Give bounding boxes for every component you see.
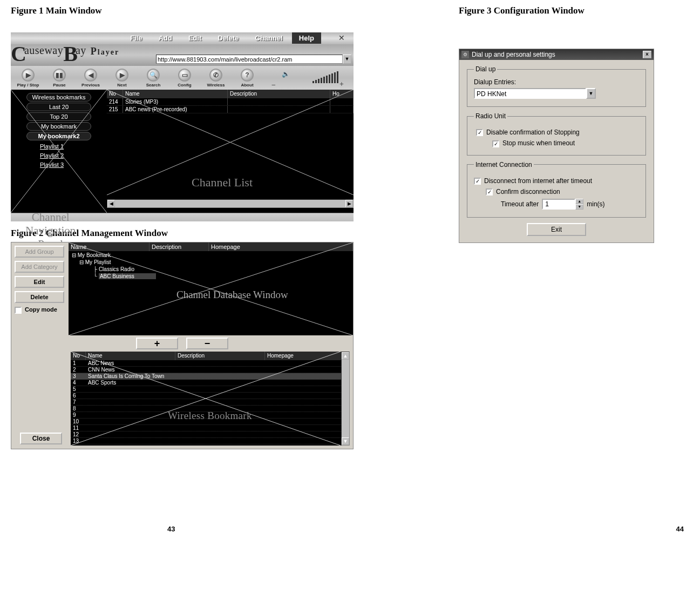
copy-mode-checkbox[interactable]: Copy mode bbox=[15, 306, 65, 314]
figure3-caption: Figure 3 Configuration Window bbox=[459, 5, 664, 16]
db-col-name[interactable]: Name bbox=[69, 242, 149, 251]
wireless-bookmark-row[interactable]: 1ABC News bbox=[71, 360, 350, 367]
channel-database-panel: Name Description Homepage ⊟ My Bookmark … bbox=[69, 242, 353, 335]
nav-top20[interactable]: Top 20 bbox=[26, 112, 91, 121]
wireless-bookmark-row[interactable]: 2CNN News bbox=[71, 367, 350, 373]
menu-edit[interactable]: Edit bbox=[181, 32, 209, 44]
dialup-legend: Dial up bbox=[474, 65, 497, 73]
add-channel-button[interactable]: + bbox=[136, 338, 178, 349]
nav-playlist3[interactable]: Playlist 3 bbox=[40, 161, 104, 168]
scroll-left-icon[interactable]: ◀ bbox=[107, 200, 115, 207]
nav-playlist1[interactable]: Playlist 1 bbox=[40, 143, 104, 150]
timeout-unit: min(s) bbox=[587, 200, 604, 208]
wb-col-description[interactable]: Description bbox=[175, 352, 265, 360]
wb-col-homepage[interactable]: Homepage bbox=[265, 352, 350, 360]
wb-col-no[interactable]: No bbox=[71, 352, 86, 360]
volume-up-icon[interactable]: + bbox=[339, 80, 344, 89]
timeout-spinner[interactable]: 1 ▲ ▼ bbox=[542, 199, 583, 210]
configuration-window: ⚙ Dial up and personal settings × Dial u… bbox=[459, 49, 654, 243]
add-category-button[interactable]: Add Category bbox=[15, 261, 64, 273]
col-description[interactable]: Description bbox=[228, 90, 330, 98]
timeout-label: Timeout after bbox=[501, 200, 539, 208]
config-title: Dial up and personal settings bbox=[472, 51, 555, 58]
top-menu-bar: File Add Edit Delete Channel Help ✕ bbox=[11, 32, 354, 44]
about-button[interactable]: ?About bbox=[235, 69, 259, 87]
channel-list: No Name Description Ho 214 Stories (MP3) bbox=[107, 90, 354, 213]
exit-button[interactable]: Exit bbox=[527, 223, 586, 236]
col-no[interactable]: No bbox=[107, 90, 123, 98]
page-number-left: 43 bbox=[167, 525, 175, 533]
disconnect-timeout-checkbox[interactable]: ✓Disconnect from internet after timeout bbox=[474, 177, 639, 185]
config-button[interactable]: ▭Config bbox=[173, 69, 196, 87]
management-sidebar: Add Group Add Category Edit Delete Copy … bbox=[11, 242, 69, 335]
close-icon[interactable]: ✕ bbox=[338, 33, 345, 43]
menu-channel[interactable]: Channel bbox=[248, 32, 290, 44]
nav-my-bookmark2[interactable]: My bookmark2 bbox=[26, 132, 91, 140]
spin-down-icon[interactable]: ▼ bbox=[575, 204, 583, 210]
wireless-button[interactable]: ✆Wireless bbox=[204, 69, 228, 87]
add-group-button[interactable]: Add Group bbox=[15, 246, 64, 258]
previous-button[interactable]: ◀Previous bbox=[79, 69, 103, 87]
next-button[interactable]: ▶Next bbox=[110, 69, 134, 87]
volume-down-icon[interactable]: − bbox=[271, 81, 276, 90]
toolbar: ▶Play / Stop ▮▮Pause ◀Previous ▶Next 🔍Se… bbox=[11, 66, 354, 90]
col-name[interactable]: Name bbox=[123, 90, 228, 98]
db-col-description[interactable]: Description bbox=[149, 242, 209, 251]
wireless-bookmark-panel: No Name Description Homepage 1ABC News2C… bbox=[71, 352, 350, 446]
scroll-down-icon[interactable]: ▼ bbox=[342, 437, 349, 445]
menu-file[interactable]: File bbox=[123, 32, 149, 44]
nav-my-bookmark[interactable]: My bookmark bbox=[26, 122, 91, 131]
scroll-up-icon[interactable]: ▲ bbox=[342, 352, 349, 360]
disable-confirmation-checkbox[interactable]: ✓Disable confirmation of Stopping bbox=[476, 129, 639, 136]
scroll-right-icon[interactable]: ▶ bbox=[345, 200, 353, 207]
edit-button[interactable]: Edit bbox=[15, 276, 64, 288]
nav-playlist2[interactable]: Playlist 2 bbox=[40, 152, 104, 159]
db-col-homepage[interactable]: Homepage bbox=[209, 242, 353, 251]
nav-last20[interactable]: Last 20 bbox=[26, 103, 91, 111]
close-icon[interactable]: × bbox=[643, 51, 651, 58]
play-stop-button[interactable]: ▶Play / Stop bbox=[16, 69, 40, 87]
page-number-right: 44 bbox=[676, 525, 684, 533]
volume-slider[interactable] bbox=[312, 71, 338, 83]
pause-button[interactable]: ▮▮Pause bbox=[47, 69, 71, 87]
channel-list-row[interactable]: 215 ABC news (Pre-recorded) bbox=[107, 106, 354, 113]
wireless-bookmark-row[interactable]: 5 bbox=[71, 386, 350, 393]
brand-c: C bbox=[11, 41, 26, 66]
confirm-disconnection-checkbox[interactable]: ✓Confirm disconnection bbox=[486, 188, 639, 195]
menu-help[interactable]: Help bbox=[292, 32, 321, 44]
channel-list-row[interactable]: 214 Stories (MP3) bbox=[107, 98, 354, 106]
annotation-db-window: Channel Database Window bbox=[176, 289, 288, 301]
stop-music-checkbox[interactable]: ✓Stop music when timeout bbox=[492, 139, 639, 147]
speaker-icon: 🔈 bbox=[282, 70, 290, 78]
horizontal-scrollbar[interactable]: ◀ ▶ bbox=[107, 199, 354, 208]
dialup-entries-combo[interactable]: PD HKNet ▼ bbox=[474, 88, 596, 99]
brand-b: B bbox=[63, 41, 78, 66]
spin-up-icon[interactable]: ▲ bbox=[575, 199, 583, 204]
delete-button[interactable]: Delete bbox=[15, 291, 64, 303]
annotation-channel-list: Channel List bbox=[192, 176, 253, 190]
dropdown-icon[interactable]: ▼ bbox=[586, 88, 596, 99]
search-button[interactable]: 🔍Search bbox=[141, 69, 165, 87]
wireless-bookmark-row[interactable]: 7 bbox=[71, 399, 350, 406]
location-input[interactable]: http://www.881903.com/main/livebroadcast… bbox=[156, 55, 343, 64]
wireless-bookmark-row[interactable]: 4ABC Sports bbox=[71, 380, 350, 386]
bookmark-tree[interactable]: ⊟ My Bookmark ⊟ My Playlist ├ Classics R… bbox=[69, 251, 353, 280]
dialup-label: Dialup Entries: bbox=[474, 78, 639, 86]
vertical-scrollbar[interactable]: ▲ ▼ bbox=[341, 352, 350, 446]
wireless-bookmark-row[interactable]: 13 bbox=[71, 438, 350, 444]
wireless-bookmark-row[interactable]: 12 bbox=[71, 431, 350, 438]
wb-col-name[interactable]: Name bbox=[86, 352, 175, 360]
menu-add[interactable]: Add bbox=[152, 32, 179, 44]
col-homepage[interactable]: Ho bbox=[330, 90, 354, 98]
wireless-bookmark-row[interactable]: 6 bbox=[71, 393, 350, 399]
location-dropdown-icon[interactable]: ▼ bbox=[343, 55, 351, 64]
menu-delete[interactable]: Delete bbox=[211, 32, 246, 44]
remove-channel-button[interactable]: − bbox=[186, 338, 228, 349]
nav-wireless-bookmarks[interactable]: Wireless bookmarks bbox=[26, 93, 91, 102]
wireless-bookmark-row[interactable]: 3Santa Claus Is Coming To Town bbox=[71, 373, 350, 380]
close-button[interactable]: Close bbox=[20, 433, 62, 444]
dialup-entries-value[interactable]: PD HKNet bbox=[474, 88, 586, 99]
timeout-value[interactable]: 1 bbox=[542, 199, 575, 210]
brand-auseway: auseway bbox=[24, 44, 63, 57]
wireless-bookmark-row[interactable]: 11 bbox=[71, 425, 350, 431]
